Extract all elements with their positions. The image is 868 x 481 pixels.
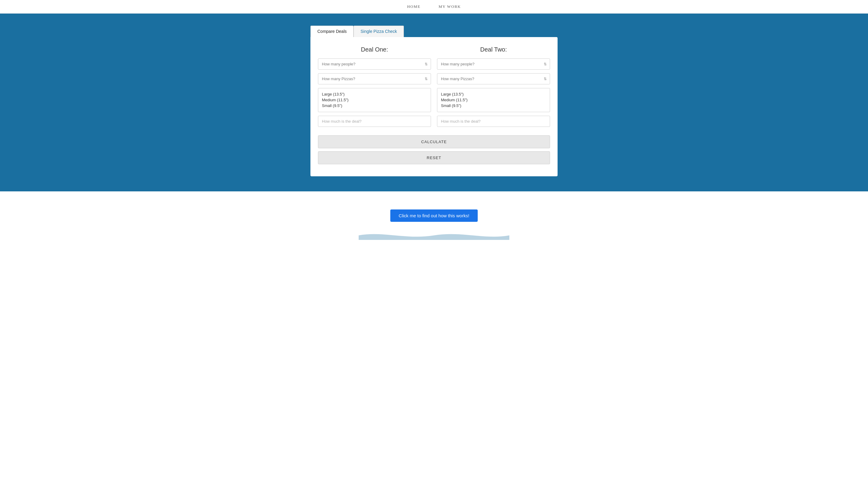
tabs-container: Compare Deals Single Pizza Check Deal On… [310,26,558,176]
bottom-section: Click me to find out how this works! [0,191,868,258]
navigation: HOME MY WORK [0,0,868,13]
reset-button[interactable]: RESET [318,151,550,164]
deal-two-pizzas-field: How many Pizzas? 1 2 3 4 5 [437,73,550,85]
deal-one-pizzas-select[interactable]: How many Pizzas? 1 2 3 4 5 [318,73,431,84]
cta-button[interactable]: Click me to find out how this works! [390,210,478,222]
deal-one-size-medium[interactable]: Medium (11.5") [322,97,427,103]
deal-two-title: Deal Two: [437,46,550,53]
deal-two-people-field: How many people? 1 2 3 4 5 6 7 8 [437,59,550,70]
wave-decoration [359,231,509,240]
deal-two-size-listbox[interactable]: Large (13.5") Medium (11.5") Small (9.5"… [437,88,550,112]
deal-one-price-field [318,116,431,127]
button-row: CALCULATE RESET [318,135,550,167]
tab-bar: Compare Deals Single Pizza Check [310,26,558,37]
deal-two-pizzas-select[interactable]: How many Pizzas? 1 2 3 4 5 [437,73,550,84]
deal-one-pizzas-select-wrapper: How many Pizzas? 1 2 3 4 5 [318,73,431,85]
deal-one-price-input[interactable] [318,116,431,127]
deal-two-column: Deal Two: How many people? 1 2 3 4 5 6 [437,46,550,130]
deal-one-people-select-wrapper: How many people? 1 2 3 4 5 6 7 8 [318,59,431,70]
calculate-button[interactable]: CALCULATE [318,135,550,148]
blue-section: Compare Deals Single Pizza Check Deal On… [0,13,868,191]
nav-my-work[interactable]: MY WORK [438,4,461,9]
deals-row: Deal One: How many people? 1 2 3 4 5 6 [318,46,550,130]
deal-two-price-input[interactable] [437,116,550,127]
deal-two-size-small[interactable]: Small (9.5") [441,103,546,108]
deal-two-pizzas-select-wrapper: How many Pizzas? 1 2 3 4 5 [437,73,550,85]
deal-one-size-listbox[interactable]: Large (13.5") Medium (11.5") Small (9.5"… [318,88,431,112]
deal-two-size-large[interactable]: Large (13.5") [441,91,546,97]
deal-one-people-select[interactable]: How many people? 1 2 3 4 5 6 7 8 [318,59,431,69]
deal-one-size-large[interactable]: Large (13.5") [322,91,427,97]
deal-one-title: Deal One: [318,46,431,53]
deal-two-people-select[interactable]: How many people? 1 2 3 4 5 6 7 8 [437,59,550,69]
deal-two-people-select-wrapper: How many people? 1 2 3 4 5 6 7 8 [437,59,550,70]
deal-one-people-field: How many people? 1 2 3 4 5 6 7 8 [318,59,431,70]
deal-one-column: Deal One: How many people? 1 2 3 4 5 6 [318,46,431,130]
nav-home[interactable]: HOME [407,4,421,9]
tab-compare-deals[interactable]: Compare Deals [310,26,353,37]
deal-one-pizzas-field: How many Pizzas? 1 2 3 4 5 [318,73,431,85]
deal-one-size-small[interactable]: Small (9.5") [322,103,427,108]
deal-two-size-medium[interactable]: Medium (11.5") [441,97,546,103]
main-card: Deal One: How many people? 1 2 3 4 5 6 [310,37,558,176]
deal-two-price-field [437,116,550,127]
tab-single-pizza-check[interactable]: Single Pizza Check [353,26,404,37]
